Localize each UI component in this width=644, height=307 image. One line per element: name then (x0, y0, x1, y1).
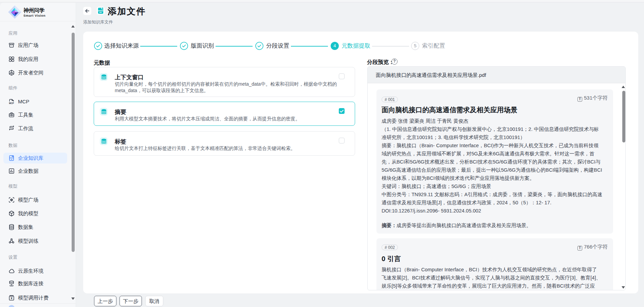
svg-text:MCP: MCP (9, 102, 14, 104)
svg-text:¥: ¥ (11, 296, 12, 300)
